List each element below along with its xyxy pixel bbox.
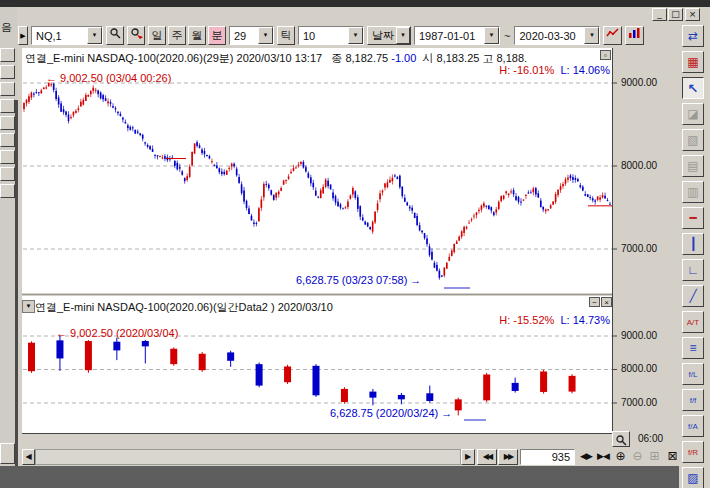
side-panel-button[interactable] bbox=[0, 99, 15, 113]
y-axis-tick: 7000.00 bbox=[621, 397, 665, 408]
horizontal-line-tool-button[interactable]: ━ bbox=[682, 207, 704, 229]
l-label: L: bbox=[560, 314, 569, 326]
levels-tool-button[interactable]: ≡ bbox=[682, 337, 704, 359]
search-symbol-button[interactable] bbox=[106, 26, 124, 45]
tick-interval-combo[interactable]: 10 ▼ bbox=[298, 26, 364, 45]
intraday-high-annotation: ← 9,002.50 (03/04 00:26) bbox=[46, 72, 171, 84]
levels-tool-icon: ≡ bbox=[689, 341, 696, 355]
chevron-down-icon[interactable]: ▼ bbox=[348, 27, 363, 44]
tool-disabled-3-button[interactable]: ▤ bbox=[682, 155, 704, 177]
search-recent-button[interactable] bbox=[127, 26, 145, 45]
toolbar-expander-button[interactable]: ▶ bbox=[18, 26, 28, 45]
play-forward-button[interactable]: ▶ bbox=[461, 449, 475, 465]
bar-chart-button[interactable] bbox=[625, 26, 644, 45]
side-panel-button[interactable] bbox=[0, 82, 15, 96]
chart-title-text: 연결_E-mini NASDAQ-100(2020.06)(29분) 2020/… bbox=[25, 52, 322, 64]
close-pane-button[interactable]: ⊠ bbox=[665, 449, 680, 465]
expand-bars-button[interactable]: ◀▶ bbox=[578, 449, 594, 465]
hatch-tool-button[interactable]: ▨ bbox=[682, 467, 704, 488]
intraday-chart-pane[interactable] bbox=[22, 48, 612, 293]
side-panel-button[interactable] bbox=[0, 133, 15, 147]
fibo-level-tool-icon: f/L bbox=[689, 370, 698, 379]
date-from-combo[interactable]: 1987-01-01 ▼ bbox=[414, 26, 500, 45]
axis-zoom-button[interactable] bbox=[612, 431, 630, 447]
period-minute-button[interactable]: 분 bbox=[208, 26, 226, 45]
scroll-left-button[interactable]: ◀ bbox=[22, 449, 35, 465]
tool-disabled-4-button[interactable]: ▥ bbox=[682, 181, 704, 203]
minimize-button[interactable]: _ bbox=[652, 8, 667, 21]
fibo-level-tool-button[interactable]: f/L bbox=[682, 363, 704, 385]
angle-line-tool-button[interactable]: ∟ bbox=[682, 259, 704, 281]
pane-restore-button[interactable]: ▫ bbox=[600, 50, 611, 60]
period-month-button[interactable]: 월 bbox=[188, 26, 206, 45]
tick-button[interactable]: 틱 bbox=[277, 26, 295, 45]
vertical-line-tool-button[interactable]: ┃ bbox=[682, 233, 704, 255]
tool-disabled-3-icon: ▤ bbox=[687, 159, 698, 173]
minute-interval-combo[interactable]: 29 ▼ bbox=[229, 26, 274, 45]
tool-disabled-2-button[interactable]: ▧ bbox=[682, 129, 704, 151]
cursor-tool-button[interactable]: ↖ bbox=[682, 77, 704, 99]
line-chart-button[interactable] bbox=[603, 26, 622, 45]
daily-hl-readout: H: -15.52% L: 14.73% bbox=[420, 314, 610, 326]
y-axis-tick: 8000.00 bbox=[621, 363, 665, 374]
side-panel-button[interactable] bbox=[0, 65, 15, 79]
refresh-button[interactable]: ⇄ bbox=[682, 25, 704, 47]
l-label: L: bbox=[560, 64, 569, 76]
pane-dropdown-button[interactable]: ▼ bbox=[22, 300, 35, 313]
titlebar[interactable]: _ □ × bbox=[17, 7, 710, 24]
fibo-fan-tool-button[interactable]: f/f bbox=[682, 389, 704, 411]
date-range-tilde: ~ bbox=[503, 30, 511, 42]
pane-close-button[interactable]: × bbox=[601, 297, 612, 307]
l-value: 14.73% bbox=[573, 314, 610, 326]
daily-high-annotation: ← 9,002.50 (2020/03/04) bbox=[56, 327, 178, 339]
collapse-bars-button[interactable]: ▶◀ bbox=[595, 449, 611, 465]
candle-pattern-icon: ▦ bbox=[687, 55, 698, 69]
zoom-in-button[interactable]: ⊕ bbox=[613, 449, 628, 465]
cursor-tool-icon: ↖ bbox=[688, 81, 699, 96]
chevron-down-icon[interactable]: ▼ bbox=[484, 27, 499, 44]
high-value: 8,188. bbox=[497, 52, 528, 64]
period-day-button[interactable]: 일 bbox=[148, 26, 166, 45]
data-range-scrollbar[interactable] bbox=[35, 449, 461, 465]
pane-minimize-button[interactable]: − bbox=[589, 297, 600, 307]
close-button[interactable]: × bbox=[685, 8, 700, 21]
fibo-retrace-tool-button[interactable]: f/R bbox=[682, 441, 704, 463]
grid-view-button[interactable]: ⊞ bbox=[647, 449, 662, 465]
search-back-icon bbox=[130, 27, 144, 39]
text-tool-button[interactable]: A/T bbox=[682, 311, 704, 333]
chevron-down-icon[interactable]: ▼ bbox=[87, 27, 102, 44]
fast-rewind-button[interactable]: ◀◀ bbox=[477, 449, 497, 465]
chevron-down-icon[interactable]: ▼ bbox=[258, 27, 273, 44]
tool-disabled-1-button[interactable]: ◪ bbox=[682, 103, 704, 125]
candle-pattern-button[interactable]: ▦ bbox=[682, 51, 704, 73]
zoom-out-button[interactable]: ⊖ bbox=[630, 449, 645, 465]
period-week-button[interactable]: 주 bbox=[168, 26, 186, 45]
line-chart-icon bbox=[606, 27, 619, 39]
tick-interval-value: 10 bbox=[303, 30, 346, 42]
side-panel-button[interactable] bbox=[0, 443, 15, 464]
fibo-arc-tool-button[interactable]: f/A bbox=[682, 415, 704, 437]
text-tool-icon: A/T bbox=[687, 318, 699, 327]
side-panel-button[interactable] bbox=[0, 150, 15, 164]
fast-forward-button[interactable]: ▶▶ bbox=[498, 449, 518, 465]
side-panel-button[interactable] bbox=[0, 184, 15, 198]
bar-count-input[interactable]: 935 bbox=[520, 449, 575, 465]
chevron-down-icon[interactable]: ▼ bbox=[584, 27, 599, 44]
side-panel-button[interactable] bbox=[0, 167, 15, 181]
toolbar: ▶ NQ,1 ▼ 일주월분 29 ▼ 틱 10 ▼ 날짜 ▼ 1987-01-0… bbox=[18, 24, 678, 47]
side-panel-button[interactable] bbox=[0, 48, 15, 62]
date-mode-label: 날짜 bbox=[372, 28, 394, 43]
trading-app-screen: 음 _ □ × ▶ NQ,1 ▼ 일주월분 29 ▼ 틱 10 ▼ bbox=[0, 0, 710, 488]
time-axis-label: 06:00 bbox=[638, 433, 663, 444]
date-from-value: 1987-01-01 bbox=[419, 30, 482, 42]
top-window-edge bbox=[0, 0, 710, 7]
trend-line-tool-button[interactable]: ╱ bbox=[682, 285, 704, 307]
symbol-combo[interactable]: NQ,1 ▼ bbox=[31, 26, 103, 45]
date-mode-combo[interactable]: 날짜 ▼ bbox=[367, 26, 411, 45]
date-to-combo[interactable]: 2020-03-30 ▼ bbox=[514, 26, 600, 45]
symbol-value: NQ,1 bbox=[36, 30, 85, 42]
maximize-button[interactable]: □ bbox=[668, 8, 683, 21]
intraday-low-annotation: 6,628.75 (03/23 07:58) → bbox=[296, 274, 421, 286]
chevron-down-icon[interactable]: ▼ bbox=[396, 27, 410, 44]
side-panel-button[interactable] bbox=[0, 116, 15, 130]
